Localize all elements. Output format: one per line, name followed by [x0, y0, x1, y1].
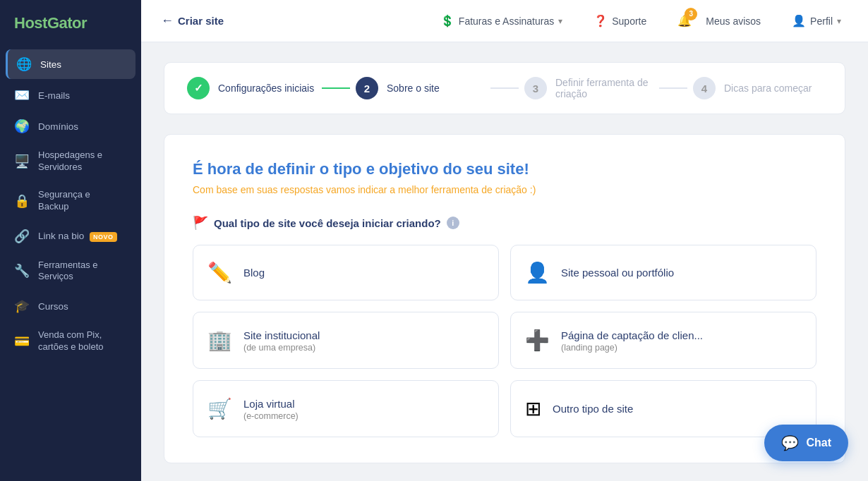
step-divider-3	[659, 87, 687, 89]
steps-bar: ✓ Configurações iniciais 2 Sobre o site …	[164, 62, 845, 114]
cursos-icon: 🎓	[14, 298, 30, 314]
suporte-menu[interactable]: ❓ Suporte	[586, 10, 653, 32]
step-2: 2 Sobre o site	[356, 77, 485, 99]
options-grid: ✏️ Blog 👤 Site pessoal ou portfólio 🏢 Si…	[193, 245, 816, 437]
brand-name: HostGator	[14, 14, 87, 32]
content-area: ✓ Configurações iniciais 2 Sobre o site …	[141, 42, 868, 481]
emails-icon: ✉️	[14, 87, 30, 103]
sidebar-nav: 🌐 Sites ✉️ E-mails 🌍 Domínios 🖥️ Hospeda…	[0, 49, 141, 360]
landing-icon: ➕	[525, 329, 550, 352]
suporte-icon: ❓	[593, 14, 608, 28]
step-divider-1	[322, 87, 350, 89]
landing-label: Página de captação de clien...	[561, 328, 703, 343]
dominios-icon: 🌍	[14, 118, 30, 134]
back-button[interactable]: ← Criar site	[161, 13, 224, 28]
step-3: 3 Definir ferramenta de criação	[524, 77, 653, 99]
avisos-label: Meus avisos	[706, 16, 761, 27]
main-area: ← Criar site 💲 Faturas e Assinaturas ▾ ❓…	[141, 0, 868, 481]
option-pessoal[interactable]: 👤 Site pessoal ou portfólio	[510, 245, 816, 300]
sidebar-item-venda-pix[interactable]: 💳 Venda com Pix, cartões e boleto	[6, 322, 135, 360]
sidebar-item-link-bio[interactable]: 🔗 Link na bio NOVO	[6, 221, 135, 251]
faturas-menu[interactable]: 💲 Faturas e Assinaturas ▾	[433, 10, 569, 32]
step-3-circle: 3	[524, 77, 547, 99]
notif-wrap: 🔔 3	[677, 14, 701, 28]
landing-sub: (landing page)	[561, 343, 703, 353]
step-2-circle: 2	[356, 77, 378, 99]
venda-icon: 💳	[14, 334, 30, 349]
pessoal-icon: 👤	[525, 261, 550, 284]
perfil-chevron-icon: ▾	[837, 16, 841, 26]
sidebar-item-sites[interactable]: 🌐 Sites	[6, 49, 135, 79]
sidebar-item-dominios[interactable]: 🌍 Domínios	[6, 111, 135, 141]
faturas-icon: 💲	[440, 14, 454, 28]
sidebar-item-ferramentas[interactable]: 🔧 Ferramentas e Serviços	[6, 252, 135, 291]
sidebar-item-seguranca[interactable]: 🔒 Segurança e Backup	[6, 182, 135, 220]
loja-label: Loja virtual	[243, 396, 299, 411]
step-4-circle: 4	[693, 77, 716, 99]
perfil-menu[interactable]: 👤 Perfil ▾	[785, 10, 848, 32]
ferramentas-icon: 🔧	[14, 263, 30, 279]
option-landing[interactable]: ➕ Página de captação de clien... (landin…	[510, 312, 816, 369]
institucional-icon: 🏢	[207, 329, 232, 352]
step-1-label: Configurações iniciais	[218, 83, 314, 94]
loja-sub: (e-commerce)	[243, 411, 299, 421]
step-1-circle: ✓	[187, 77, 210, 99]
option-loja[interactable]: 🛒 Loja virtual (e-commerce)	[193, 380, 499, 437]
chat-button[interactable]: 💬 Chat	[764, 425, 848, 461]
step-4-label: Dicas para começar	[724, 83, 812, 94]
step-4: 4 Dicas para começar	[693, 77, 822, 99]
page-subtitle: Com base em suas respostas vamos indicar…	[193, 184, 816, 195]
option-institucional[interactable]: 🏢 Site institucional (de uma empresa)	[193, 312, 499, 369]
faturas-label: Faturas e Assinaturas	[459, 16, 554, 27]
novo-badge: NOVO	[90, 232, 117, 242]
section-label: 🚩 Qual tipo de site você deseja iniciar …	[193, 215, 816, 231]
sidebar-item-emails[interactable]: ✉️ E-mails	[6, 80, 135, 110]
topnav: ← Criar site 💲 Faturas e Assinaturas ▾ ❓…	[141, 0, 868, 42]
sidebar-item-hospedagens[interactable]: 🖥️ Hospedagens e Servidores	[6, 142, 135, 181]
page-heading: É hora de definir o tipo e objetivo do s…	[193, 160, 816, 178]
outro-icon: ⊞	[525, 397, 541, 420]
step-divider-2	[490, 87, 519, 89]
sites-icon: 🌐	[16, 56, 32, 72]
blog-icon: ✏️	[207, 261, 232, 284]
perfil-icon: 👤	[792, 14, 806, 28]
hospedagens-icon: 🖥️	[14, 154, 30, 169]
blog-label: Blog	[243, 265, 265, 280]
info-icon[interactable]: i	[447, 217, 459, 229]
pessoal-label: Site pessoal ou portfólio	[561, 265, 674, 280]
sidebar-item-cursos[interactable]: 🎓 Cursos	[6, 291, 135, 321]
step-1: ✓ Configurações iniciais	[187, 77, 316, 99]
back-arrow-icon: ←	[161, 13, 174, 28]
page-title: Criar site	[178, 15, 224, 27]
brand-logo[interactable]: HostGator	[0, 0, 141, 49]
option-blog[interactable]: ✏️ Blog	[193, 245, 499, 300]
sidebar: HostGator 🌐 Sites ✉️ E-mails 🌍 Domínios …	[0, 0, 141, 481]
step-3-label: Definir ferramenta de criação	[555, 77, 653, 99]
suporte-label: Suporte	[612, 16, 646, 27]
institucional-sub: (de uma empresa)	[243, 343, 320, 353]
notif-badge: 3	[685, 8, 697, 20]
step-2-label: Sobre o site	[387, 83, 440, 94]
faturas-chevron-icon: ▾	[558, 16, 562, 26]
avisos-menu[interactable]: 🔔 3 Meus avisos	[670, 10, 768, 32]
main-card: É hora de definir o tipo e objetivo do s…	[164, 134, 845, 463]
link-bio-icon: 🔗	[14, 229, 30, 244]
loja-icon: 🛒	[207, 397, 232, 420]
flag-icon: 🚩	[193, 215, 208, 231]
seguranca-icon: 🔒	[14, 193, 30, 209]
chat-label: Chat	[806, 437, 831, 449]
perfil-label: Perfil	[810, 16, 833, 27]
institucional-label: Site institucional	[243, 328, 320, 343]
chat-icon: 💬	[781, 434, 799, 451]
outro-label: Outro tipo de site	[553, 401, 633, 416]
